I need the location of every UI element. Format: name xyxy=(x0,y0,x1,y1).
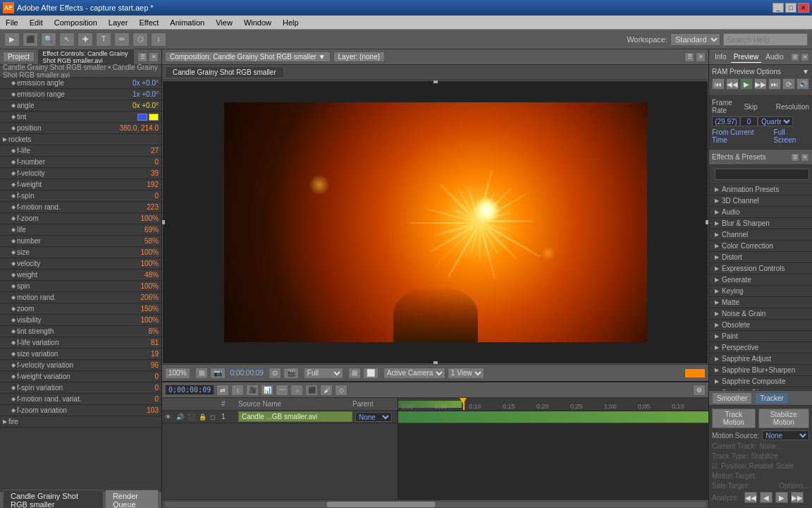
tab-composition[interactable]: Composition: Candle Grainy Shot RGB smal… xyxy=(165,52,331,62)
menu-view[interactable]: View xyxy=(213,18,235,27)
maximize-button[interactable]: □ xyxy=(785,3,796,13)
prop-row-f-spin[interactable]: ◆f-spin0 xyxy=(0,190,161,202)
prop-row-emission-range[interactable]: ◆emission range1x +0.0° xyxy=(0,89,161,100)
fit-btn[interactable]: ⊞ xyxy=(195,368,208,379)
ep-item-3d-channel[interactable]: ▶3D Channel xyxy=(709,195,812,207)
prop-row-position[interactable]: ◆position380.0, 214.0 xyxy=(0,123,161,134)
viewer-cursor[interactable] xyxy=(431,210,437,216)
prop-row-size-variation[interactable]: ◆size variation19 xyxy=(0,349,161,360)
comp-menu-btn[interactable]: ☰ xyxy=(684,52,694,62)
prop-row-fire[interactable]: ▶fire xyxy=(0,416,161,428)
prop-row-motion-rand.[interactable]: ◆motion rand.206% xyxy=(0,292,161,303)
toolbar-btn-8[interactable]: ↕ xyxy=(151,32,166,47)
ep-item-channel[interactable]: ▶Channel xyxy=(709,229,812,241)
comp-close-btn[interactable]: ✕ xyxy=(696,52,706,62)
tl-btn-motion[interactable]: 〰 xyxy=(276,385,288,396)
pb-prev[interactable]: ◀◀ xyxy=(726,78,739,90)
expand-icon[interactable]: ◆ xyxy=(11,193,16,199)
prop-row-f-velocity-variation[interactable]: ◆f-velocity variation96 xyxy=(0,360,161,371)
tab-comp[interactable]: Candle Grainy Shot RGB smaller xyxy=(3,490,104,509)
tab-audio[interactable]: Audio xyxy=(763,52,787,62)
prop-row-velocity[interactable]: ◆velocity100% xyxy=(0,258,161,270)
panel-menu-btn[interactable]: ☰ xyxy=(137,52,147,62)
right-menu-btn[interactable]: ☰ xyxy=(791,53,799,61)
ep-item-generate[interactable]: ▶Generate xyxy=(709,274,812,286)
from-current-time[interactable]: From Current Time xyxy=(712,128,771,144)
ep-item-paint[interactable]: ▶Paint xyxy=(709,331,812,342)
prop-value[interactable]: 81 xyxy=(151,339,159,346)
toolbar-btn-2[interactable]: ⬛ xyxy=(23,32,38,47)
snapshot-btn[interactable]: 📷 xyxy=(210,368,226,379)
prop-value[interactable]: 100% xyxy=(140,316,159,324)
analyze-next-next[interactable]: ▶▶ xyxy=(791,492,804,503)
expand-icon[interactable]: ◆ xyxy=(11,159,16,165)
prop-value[interactable]: 100% xyxy=(140,282,159,290)
ep-item-perspective[interactable]: ▶Perspective xyxy=(709,342,812,353)
ep-item-color-correction[interactable]: ▶Color Correction xyxy=(709,241,812,252)
tab-preview[interactable]: Preview xyxy=(731,52,762,63)
prop-value[interactable]: 19 xyxy=(151,350,159,358)
prop-value[interactable]: 39 xyxy=(151,169,159,177)
ep-item-audio[interactable]: ▶Audio xyxy=(709,207,812,218)
minimize-button[interactable]: _ xyxy=(773,3,784,13)
ep-item-noise-&-grain[interactable]: ▶Noise & Grain xyxy=(709,308,812,320)
expand-icon[interactable]: ◆ xyxy=(11,339,16,346)
expand-icon[interactable]: ◆ xyxy=(11,373,16,380)
prop-row-angle[interactable]: ◆angle0x +0.0° xyxy=(0,100,161,111)
ep-item-animation-presets[interactable]: ▶Animation Presets xyxy=(709,184,812,195)
pb-next[interactable]: ▶▶ xyxy=(754,78,767,90)
tl-btn-2[interactable]: ↕ xyxy=(231,385,244,396)
prop-value[interactable]: 0 xyxy=(154,384,159,392)
color-swatch-2[interactable] xyxy=(149,114,159,121)
frame-rate-input[interactable] xyxy=(712,116,740,126)
prop-row-f-life[interactable]: ◆f-life27 xyxy=(0,145,161,157)
tl-btn-key[interactable]: ⬦ xyxy=(290,385,303,396)
analyze-prev[interactable]: ◀ xyxy=(760,492,773,503)
camera-select[interactable]: Active Camera xyxy=(383,368,445,379)
pb-loop[interactable]: ⟳ xyxy=(782,78,795,90)
expand-icon[interactable]: ◆ xyxy=(11,294,16,301)
prop-row-tint-strength[interactable]: ◆tint strength8% xyxy=(0,326,161,337)
scrollbar-thumb[interactable] xyxy=(327,502,435,507)
prop-row-f-spin-variation[interactable]: ◆f-spin variation0 xyxy=(0,382,161,394)
workspace-select[interactable]: Standard xyxy=(670,33,720,46)
resolution-select-2[interactable]: QuarterFullHalf xyxy=(758,116,793,126)
render-btn[interactable]: 🎬 xyxy=(283,368,299,379)
ep-close-btn[interactable]: ✕ xyxy=(801,153,809,162)
expand-icon[interactable]: ◆ xyxy=(11,306,16,312)
prop-value[interactable]: 27 xyxy=(151,147,159,155)
prop-row-f-velocity[interactable]: ◆f-velocity39 xyxy=(0,168,161,179)
expand-icon[interactable]: ◆ xyxy=(11,396,16,402)
toolbar-btn-select[interactable]: ↖ xyxy=(59,32,75,47)
ep-item-distort[interactable]: ▶Distort xyxy=(709,252,812,263)
pb-play[interactable]: ▶ xyxy=(740,78,753,90)
expand-icon[interactable]: ◆ xyxy=(11,238,16,244)
menu-file[interactable]: File xyxy=(3,18,21,27)
prop-value[interactable]: 206% xyxy=(140,294,159,301)
expand-icon[interactable]: ◆ xyxy=(11,147,16,154)
pb-first[interactable]: ⏮ xyxy=(712,78,725,90)
expand-icon[interactable]: ▶ xyxy=(3,136,7,143)
toolbar-btn-1[interactable]: ▶ xyxy=(4,32,20,47)
prop-row-size[interactable]: ◆size100% xyxy=(0,247,161,258)
layer-row[interactable]: 👁 🔊 ⬛ 🔒 ◻ 1 Candle ...GB smaller.avi Non… xyxy=(162,411,398,423)
prop-value[interactable]: 96 xyxy=(151,361,159,369)
parent-select[interactable]: None xyxy=(355,412,392,422)
prop-value[interactable]: 150% xyxy=(140,305,159,313)
prop-value[interactable]: 0 xyxy=(154,373,159,380)
toolbar-btn-4[interactable]: ✚ xyxy=(78,32,93,47)
prop-row-emission-angle[interactable]: ◆emission angle0x +0.0° xyxy=(0,78,161,89)
view-select[interactable]: 1 View xyxy=(448,368,484,379)
toolbar-btn-5[interactable]: T xyxy=(96,32,111,47)
prop-row-spin[interactable]: ◆spin100% xyxy=(0,281,161,292)
pb-audio[interactable]: 🔊 xyxy=(796,78,809,90)
prop-value[interactable]: 69% xyxy=(144,226,159,234)
prop-value[interactable]: 192 xyxy=(147,181,159,188)
prop-row-visibility[interactable]: ◆visibility100% xyxy=(0,315,161,326)
zoom-btn[interactable]: 100% xyxy=(165,368,190,379)
stabilize-motion-btn[interactable]: Stabilize Motion xyxy=(758,409,809,428)
track-motion-btn[interactable]: Track Motion xyxy=(712,409,756,428)
expand-icon[interactable]: ◆ xyxy=(11,204,16,210)
expand-icon[interactable]: ◆ xyxy=(11,407,16,413)
expand-icon[interactable]: ◆ xyxy=(11,283,16,289)
